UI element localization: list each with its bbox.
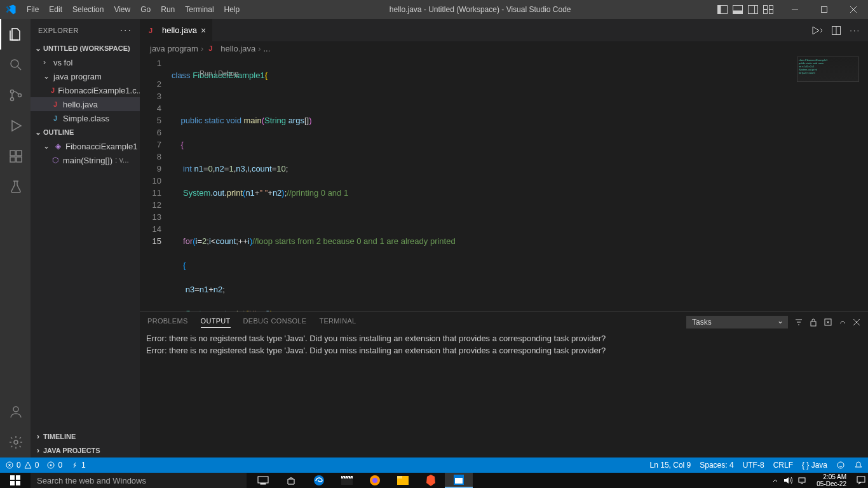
source-control-icon[interactable] bbox=[0, 80, 31, 111]
outline-label: OUTLINE bbox=[43, 128, 74, 136]
outline-method[interactable]: ⬡main(String[]): v... bbox=[31, 153, 140, 167]
folder-vs-fol[interactable]: ›vs fol bbox=[31, 55, 140, 69]
tray-network-icon[interactable] bbox=[797, 477, 806, 484]
testing-icon[interactable] bbox=[0, 172, 31, 202]
tab-close-icon[interactable]: × bbox=[201, 25, 206, 36]
svg-point-15 bbox=[18, 94, 22, 97]
menu-file[interactable]: File bbox=[22, 0, 44, 19]
svg-rect-18 bbox=[17, 157, 22, 162]
menu-edit[interactable]: Edit bbox=[44, 0, 67, 19]
svg-rect-6 bbox=[764, 6, 768, 10]
status-java-ready[interactable]: 1 bbox=[70, 461, 86, 470]
outline-item-label: FibonacciExample1 bbox=[65, 142, 137, 151]
svg-rect-30 bbox=[10, 475, 15, 480]
code-content[interactable]: class FibonacciExample1{ Run | Debug pub… bbox=[172, 55, 868, 311]
search-icon[interactable] bbox=[0, 50, 31, 80]
menu-terminal[interactable]: Terminal bbox=[180, 0, 219, 19]
status-language[interactable]: { } Java bbox=[802, 461, 827, 470]
panel-tab-problems[interactable]: PROBLEMS bbox=[147, 317, 188, 327]
folder-java-program[interactable]: ⌄java program bbox=[31, 69, 140, 83]
maximize-button[interactable] bbox=[810, 0, 839, 19]
sidebar-more-icon[interactable]: ··· bbox=[120, 25, 132, 36]
workspace-section[interactable]: ⌄UNTITLED (WORKSPACE) bbox=[31, 41, 140, 55]
breadcrumb-item[interactable]: hello.java bbox=[220, 44, 255, 53]
close-panel-icon[interactable] bbox=[853, 318, 860, 326]
svg-rect-5 bbox=[755, 6, 758, 14]
brave-icon[interactable] bbox=[417, 473, 445, 488]
file-fibonacci[interactable]: JFibonacciExample1.c... bbox=[31, 83, 140, 97]
taskbar-clock[interactable]: 2:05 AM 05-Dec-22 bbox=[811, 473, 851, 487]
explorer-icon[interactable] bbox=[0, 19, 31, 50]
settings-gear-icon[interactable] bbox=[0, 427, 31, 458]
start-button[interactable] bbox=[0, 473, 31, 488]
action-center-icon[interactable] bbox=[857, 476, 865, 485]
panel-tab-output[interactable]: OUTPUT bbox=[201, 317, 231, 328]
status-indentation[interactable]: Spaces: 4 bbox=[700, 461, 733, 470]
java-projects-section[interactable]: ›JAVA PROJECTS bbox=[31, 444, 140, 458]
lock-icon[interactable] bbox=[810, 318, 817, 327]
tab-label: hello.java bbox=[162, 25, 197, 35]
menu-view[interactable]: View bbox=[109, 0, 135, 19]
run-debug-icon[interactable] bbox=[0, 111, 31, 141]
outline-section[interactable]: ⌄OUTLINE bbox=[31, 125, 140, 139]
svg-rect-31 bbox=[16, 475, 20, 480]
timeline-section[interactable]: ›TIMELINE bbox=[31, 430, 140, 444]
breadcrumb-item[interactable]: ... bbox=[264, 44, 271, 53]
toggle-secondary-sidebar-icon[interactable] bbox=[746, 3, 760, 17]
tab-hello-java[interactable]: J hello.java × bbox=[140, 19, 213, 41]
svg-rect-46 bbox=[799, 478, 805, 482]
minimap[interactable]: class FibonacciExample1public static voi… bbox=[797, 57, 859, 82]
store-icon[interactable] bbox=[277, 473, 305, 488]
maximize-panel-icon[interactable] bbox=[839, 318, 846, 326]
clear-output-icon[interactable] bbox=[824, 318, 832, 327]
svg-rect-3 bbox=[733, 11, 743, 14]
menu-run[interactable]: Run bbox=[156, 0, 180, 19]
close-button[interactable] bbox=[839, 0, 868, 19]
movies-icon[interactable] bbox=[333, 473, 361, 488]
code-editor[interactable]: 1 2 3 4 5 6 7 8 9 10 11 12 13 14 15 clas… bbox=[140, 55, 868, 311]
toggle-panel-icon[interactable] bbox=[731, 3, 745, 17]
status-eol[interactable]: CRLF bbox=[773, 461, 793, 470]
file-label: Simple.class bbox=[63, 114, 109, 123]
class-symbol-icon: ◈ bbox=[53, 142, 62, 151]
svg-rect-32 bbox=[10, 481, 15, 485]
status-errors-warnings[interactable]: 0 0 bbox=[5, 461, 39, 470]
status-cursor-position[interactable]: Ln 15, Col 9 bbox=[650, 461, 691, 470]
minimize-button[interactable] bbox=[780, 0, 810, 19]
file-explorer-icon[interactable] bbox=[389, 473, 417, 488]
vscode-taskbar-icon[interactable] bbox=[445, 473, 473, 488]
tray-volume-icon[interactable] bbox=[783, 477, 792, 484]
file-hello[interactable]: Jhello.java bbox=[31, 97, 140, 111]
tray-chevron-icon[interactable] bbox=[772, 477, 778, 484]
edge-icon[interactable] bbox=[305, 473, 333, 488]
filter-icon[interactable] bbox=[794, 318, 803, 327]
accounts-icon[interactable] bbox=[0, 396, 31, 427]
extensions-icon[interactable] bbox=[0, 141, 31, 172]
status-notifications-icon[interactable] bbox=[854, 461, 863, 470]
taskbar-search[interactable]: Search the web and Windows bbox=[31, 473, 247, 488]
customize-layout-icon[interactable] bbox=[761, 3, 775, 17]
svg-rect-11 bbox=[822, 7, 827, 13]
status-ports[interactable]: 0 bbox=[46, 461, 62, 470]
more-actions-icon[interactable]: ··· bbox=[850, 25, 860, 35]
svg-point-40 bbox=[372, 478, 377, 483]
status-feedback-icon[interactable] bbox=[836, 461, 845, 470]
menu-go[interactable]: Go bbox=[135, 0, 156, 19]
toggle-primary-sidebar-icon[interactable] bbox=[715, 3, 729, 17]
menu-help[interactable]: Help bbox=[219, 0, 245, 19]
run-icon[interactable] bbox=[811, 26, 823, 35]
output-channel-select[interactable]: Tasks bbox=[686, 316, 788, 329]
outline-class[interactable]: ⌄◈FibonacciExample1 bbox=[31, 139, 140, 153]
menu-selection[interactable]: Selection bbox=[67, 0, 109, 19]
panel-tab-terminal[interactable]: TERMINAL bbox=[319, 317, 356, 327]
status-encoding[interactable]: UTF-8 bbox=[743, 461, 764, 470]
task-view-icon[interactable] bbox=[249, 473, 277, 488]
firefox-icon[interactable] bbox=[361, 473, 389, 488]
breadcrumb-item[interactable]: java program bbox=[150, 44, 198, 53]
file-simple[interactable]: JSimple.class bbox=[31, 111, 140, 125]
output-content[interactable]: Error: there is no registered task type … bbox=[140, 332, 868, 458]
breadcrumbs[interactable]: java program › J hello.java › ... bbox=[140, 41, 868, 55]
split-editor-icon[interactable] bbox=[832, 26, 841, 35]
panel-tab-debug-console[interactable]: DEBUG CONSOLE bbox=[243, 317, 307, 327]
codelens-run-debug[interactable]: Run | Debug bbox=[200, 69, 239, 78]
